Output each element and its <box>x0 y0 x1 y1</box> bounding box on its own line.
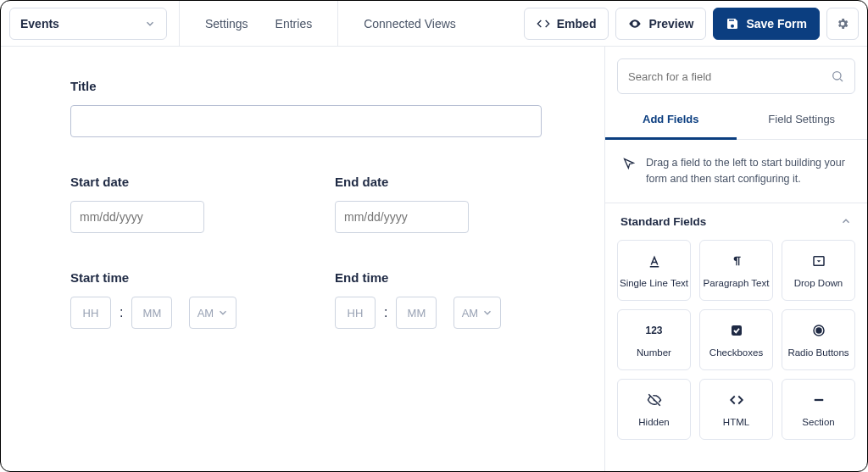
chevron-up-icon <box>840 215 852 227</box>
field-end-date[interactable]: End date <box>335 175 552 233</box>
top-tabs: Settings Entries <box>192 1 326 47</box>
field-label: Start time <box>70 270 287 285</box>
start-hour-input[interactable] <box>70 297 111 329</box>
start-ampm-select[interactable]: AM <box>189 297 236 329</box>
radio-icon <box>810 322 827 339</box>
form-selector-dropdown[interactable]: Events <box>9 8 167 40</box>
tab-settings[interactable]: Settings <box>192 1 262 47</box>
field-label: End date <box>335 175 552 189</box>
field-end-time[interactable]: End time : AM <box>335 270 552 329</box>
field-section[interactable]: Section <box>782 379 855 440</box>
chevron-down-icon <box>217 307 229 319</box>
field-search-input[interactable] <box>628 70 824 83</box>
form-settings-gear-button[interactable] <box>826 8 859 40</box>
code-icon <box>728 391 745 408</box>
search-icon <box>831 69 844 83</box>
field-drop-down[interactable]: Drop Down <box>782 240 855 301</box>
tab-connected-views[interactable]: Connected Views <box>350 1 470 47</box>
side-tabs: Add Fields Field Settings <box>605 101 867 140</box>
code-icon <box>537 17 550 31</box>
hint-text: Drag a field to the left to start buildi… <box>646 155 850 187</box>
group-standard-fields[interactable]: Standard Fields <box>605 203 867 240</box>
chevron-down-icon <box>144 18 156 30</box>
field-radio-buttons[interactable]: Radio Buttons <box>782 309 855 370</box>
time-separator: : <box>384 305 387 320</box>
end-hour-input[interactable] <box>335 297 376 329</box>
minus-icon <box>810 391 827 408</box>
field-hidden[interactable]: Hidden <box>617 379 691 440</box>
field-single-line-text[interactable]: Single Line Text <box>617 240 691 301</box>
field-label: Title <box>70 79 564 93</box>
svg-point-1 <box>833 72 841 80</box>
number-icon: 123 <box>646 322 663 339</box>
start-date-input[interactable] <box>70 201 204 233</box>
cursor-icon <box>622 157 636 170</box>
field-checkboxes[interactable]: Checkboxes <box>699 309 773 370</box>
svg-line-2 <box>840 79 843 81</box>
embed-button[interactable]: Embed <box>524 8 609 40</box>
topbar: Events Settings Entries Connected Views … <box>1 1 867 47</box>
svg-point-7 <box>816 328 821 333</box>
text-a-icon <box>646 253 663 269</box>
form-selector-label: Events <box>20 17 59 31</box>
title-input[interactable] <box>70 105 542 137</box>
tab-add-fields[interactable]: Add Fields <box>605 101 737 140</box>
end-minute-input[interactable] <box>396 297 437 329</box>
svg-point-0 <box>634 22 637 25</box>
form-canvas: Title Start date End date Start time <box>1 47 604 471</box>
eye-off-icon <box>646 391 663 408</box>
field-start-time[interactable]: Start time : AM <box>70 270 287 329</box>
field-grid: Single Line Text Paragraph Text Drop Dow… <box>605 240 867 452</box>
field-label: Start date <box>70 175 287 189</box>
field-paragraph-text[interactable]: Paragraph Text <box>699 240 773 301</box>
field-search[interactable] <box>617 58 855 94</box>
tab-field-settings[interactable]: Field Settings <box>737 101 868 140</box>
start-minute-input[interactable] <box>131 297 172 329</box>
field-number[interactable]: 123 Number <box>617 309 691 370</box>
field-label: End time <box>335 270 552 285</box>
field-title[interactable]: Title <box>70 79 564 137</box>
pilcrow-icon <box>728 253 745 269</box>
preview-button[interactable]: Preview <box>615 8 706 40</box>
checkbox-icon <box>728 322 745 339</box>
eye-icon <box>628 17 642 31</box>
save-form-button[interactable]: Save Form <box>713 8 820 40</box>
end-ampm-select[interactable]: AM <box>453 297 501 329</box>
dropdown-icon <box>810 253 827 269</box>
divider <box>179 1 180 47</box>
end-date-input[interactable] <box>335 201 469 233</box>
chevron-down-icon <box>481 307 493 319</box>
field-html[interactable]: HTML <box>699 379 773 440</box>
gear-icon <box>836 17 849 31</box>
tab-entries[interactable]: Entries <box>262 1 326 47</box>
time-separator: : <box>120 305 123 320</box>
save-icon <box>726 17 739 31</box>
divider <box>337 1 338 47</box>
drag-hint: Drag a field to the left to start buildi… <box>605 140 867 203</box>
side-panel: Add Fields Field Settings Drag a field t… <box>604 47 867 471</box>
field-start-date[interactable]: Start date <box>70 175 287 233</box>
